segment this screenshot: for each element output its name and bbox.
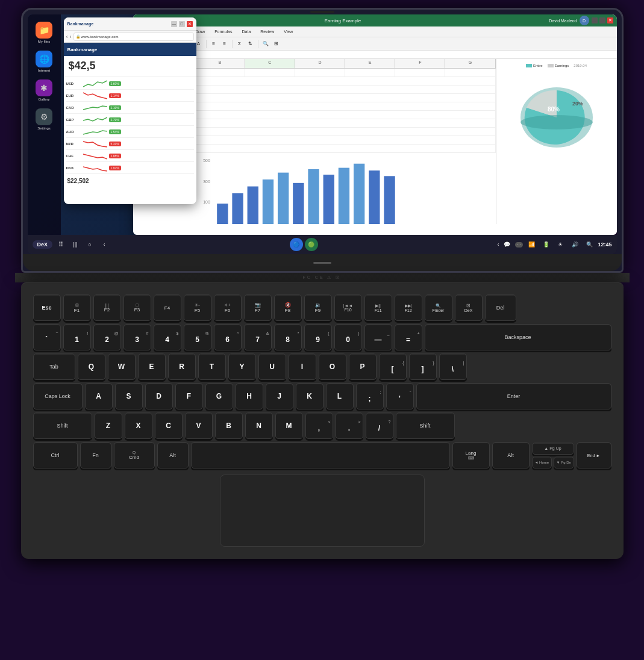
key-f4[interactable]: F4 [154, 294, 181, 321]
key-cmd[interactable]: Q Cmd [114, 442, 155, 469]
key-q[interactable]: Q [78, 353, 105, 380]
key-9[interactable]: ( 9 [304, 324, 332, 350]
key-quote[interactable]: " ' [386, 383, 414, 409]
key-6[interactable]: ^ 6 [214, 324, 242, 350]
key-0[interactable]: ) 0 [334, 324, 362, 350]
key-d[interactable]: D [145, 383, 173, 409]
align-btn[interactable]: ≡ [209, 39, 219, 49]
key-alt-left[interactable]: Alt [157, 442, 189, 469]
url-bar[interactable]: 🔒 www.bankmanage.com [73, 33, 194, 41]
key-rbracket[interactable]: } ] [409, 353, 437, 380]
key-period[interactable]: > . [336, 412, 363, 439]
taskbar-app1[interactable]: 🔵 [290, 238, 303, 251]
key-b[interactable]: B [215, 412, 243, 439]
taskbar-back-icon[interactable]: ‹ [98, 238, 110, 251]
sidebar-app-internet[interactable]: 🌐 Internet [32, 49, 56, 73]
key-x[interactable]: X [125, 412, 152, 439]
key-f[interactable]: F [175, 383, 203, 409]
taskbar-search-icon[interactable]: 🔍 [583, 238, 595, 251]
key-home[interactable]: ◄ Home [532, 456, 552, 469]
key-m[interactable]: M [275, 412, 303, 439]
minimize-btn[interactable]: — [171, 21, 177, 27]
key-3[interactable]: # 3 [123, 324, 151, 350]
cell-e1[interactable] [345, 69, 395, 77]
key-pgup[interactable]: ▲ Pg Up [532, 443, 574, 455]
key-7[interactable]: & 7 [244, 324, 272, 350]
key-pgdn[interactable]: ▼ Pg Dn [554, 456, 574, 469]
key-fn[interactable]: Fn [80, 442, 111, 469]
key-backtick[interactable]: ~ ` [33, 324, 61, 350]
forward-btn[interactable]: › [70, 34, 72, 40]
taskbar-home-icon[interactable]: ○ [84, 238, 96, 251]
sum-btn[interactable]: Σ [235, 39, 245, 49]
cell-b1[interactable] [195, 69, 245, 77]
key-del[interactable]: Del [485, 294, 516, 321]
key-finder[interactable]: 🔍Finder [425, 294, 452, 321]
cell-f1[interactable] [395, 69, 445, 77]
key-l[interactable]: L [326, 383, 354, 409]
excel-minimize[interactable]: — [592, 17, 598, 23]
sidebar-app-gallery[interactable]: ✱ Gallery [32, 78, 56, 102]
touchpad[interactable] [220, 475, 425, 547]
key-i[interactable]: I [289, 353, 316, 380]
key-a[interactable]: A [85, 383, 113, 409]
taskbar-|||icon[interactable]: ||| [69, 238, 81, 251]
key-lbracket[interactable]: { [ [379, 353, 407, 380]
key-f2[interactable]: |||F2 [93, 294, 121, 321]
cell-d1[interactable] [295, 69, 345, 77]
key-backslash[interactable]: | \ [439, 353, 467, 380]
key-r[interactable]: R [168, 353, 196, 380]
taskbar-msg-icon[interactable]: 💬 [502, 239, 513, 250]
bank-window[interactable]: Bankmanage — □ ✕ ‹ › 🔒 www.bankmanage.co… [64, 17, 196, 204]
key-f3[interactable]: □F3 [123, 294, 151, 321]
key-semicolon[interactable]: : ; [356, 383, 384, 409]
key-5[interactable]: % 5 [184, 324, 211, 350]
key-enter[interactable]: Enter [416, 383, 611, 409]
key-f5[interactable]: ☀-F5 [184, 294, 211, 321]
tab-view[interactable]: View [281, 28, 295, 35]
tab-formulas[interactable]: Formulas [212, 28, 234, 35]
key-comma[interactable]: < , [305, 412, 333, 439]
key-g[interactable]: G [205, 383, 233, 409]
key-w[interactable]: W [108, 353, 136, 380]
key-lang[interactable]: Lang ⌨ [452, 442, 490, 469]
key-u[interactable]: U [258, 353, 286, 380]
search-btn[interactable]: 🔍 [261, 39, 270, 49]
key-shift-right[interactable]: Shift [396, 412, 455, 439]
key-esc[interactable]: Esc [33, 294, 61, 321]
taskbar-more-btn[interactable]: ··· [515, 242, 524, 248]
key-dex[interactable]: ⊡DeX [455, 294, 483, 321]
align2-btn[interactable]: ≡ [220, 39, 230, 49]
grid-btn[interactable]: ⊞ [272, 39, 281, 49]
key-s[interactable]: S [115, 383, 143, 409]
key-f1[interactable]: ⊞F1 [63, 294, 91, 321]
key-equals[interactable]: + = [395, 324, 422, 350]
close-btn[interactable]: ✕ [187, 21, 193, 27]
cell-g1[interactable] [445, 69, 495, 77]
key-j[interactable]: J [266, 383, 293, 409]
key-k[interactable]: K [296, 383, 324, 409]
excel-close[interactable]: ✕ [607, 17, 613, 23]
key-slash[interactable]: ? / [366, 412, 393, 439]
key-f10[interactable]: |◄◄F10 [334, 294, 362, 321]
key-f8[interactable]: 🔇F8 [274, 294, 302, 321]
sidebar-app-myfiles[interactable]: 📁 My files [32, 20, 56, 45]
key-f7[interactable]: 📷F7 [244, 294, 272, 321]
key-space[interactable] [191, 442, 450, 469]
key-2[interactable]: @ 2 [93, 324, 121, 350]
key-1[interactable]: ! 1 [63, 324, 91, 350]
key-z[interactable]: Z [95, 412, 122, 439]
taskbar-grid-icon[interactable]: ⠿ [55, 238, 67, 251]
key-shift-left[interactable]: Shift [33, 412, 92, 439]
key-h[interactable]: H [236, 383, 263, 409]
sort-btn[interactable]: ⇅ [246, 39, 255, 49]
dex-button[interactable]: DeX [33, 240, 53, 249]
back-btn[interactable]: ‹ [66, 34, 68, 40]
maximize-btn[interactable]: □ [179, 21, 185, 27]
excel-window[interactable]: Earning Example David Macleod D — □ ✕ Fi… [133, 14, 617, 235]
key-8[interactable]: * 8 [274, 324, 302, 350]
key-f12[interactable]: ▶▶|F12 [395, 294, 422, 321]
key-f9[interactable]: 🔉F9 [304, 294, 332, 321]
key-n[interactable]: N [245, 412, 273, 439]
key-4[interactable]: $ 4 [154, 324, 181, 350]
